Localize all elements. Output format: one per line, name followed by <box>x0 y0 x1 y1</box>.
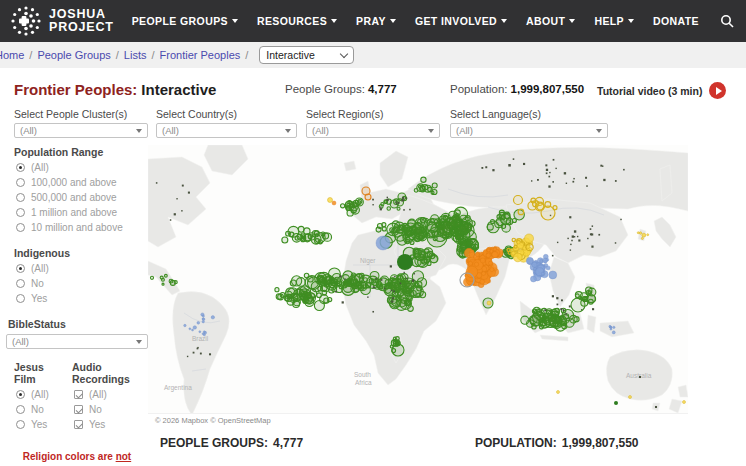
radio-icon[interactable] <box>16 405 25 414</box>
audio-no[interactable]: No <box>74 404 148 415</box>
nav-pray[interactable]: PRAY <box>356 15 396 27</box>
jesus-film-no[interactable]: No <box>16 404 68 415</box>
language-select[interactable]: (All) <box>450 123 608 138</box>
audio-all[interactable]: (All) <box>74 389 148 400</box>
radio-icon[interactable] <box>16 178 25 187</box>
map-canvas[interactable]: BrazilArgentinaSouthAfricaAustraliaNiger <box>148 145 688 413</box>
svg-text:South: South <box>354 371 371 378</box>
view-select[interactable]: Interactive <box>259 46 354 64</box>
pop-range-1m[interactable]: 1 million and above <box>16 207 148 218</box>
audio-yes[interactable]: Yes <box>74 419 148 430</box>
indigenous-yes[interactable]: Yes <box>16 293 148 304</box>
jesus-film-yes[interactable]: Yes <box>16 419 68 430</box>
breadcrumb-frontier-peoples[interactable]: Frontier Peoples <box>160 49 241 61</box>
caret-down-icon <box>596 129 602 133</box>
jesus-film-group: Jesus Film (All) No Yes <box>6 361 68 434</box>
radio-selected-icon[interactable] <box>16 264 25 273</box>
caret-down-icon <box>136 129 142 133</box>
caret-down-icon <box>232 19 238 23</box>
world-map[interactable]: BrazilArgentinaSouthAfricaAustraliaNiger… <box>148 145 688 426</box>
pop-range-100k[interactable]: 100,000 and above <box>16 177 148 188</box>
page: JOSHUA PROJECT PEOPLE GROUPS RESOURCES P… <box>0 0 746 466</box>
radio-icon[interactable] <box>16 279 25 288</box>
tutorial-video: Tutorial video (3 min) <box>597 82 726 99</box>
region-select[interactable]: (All) <box>306 123 440 138</box>
radio-icon[interactable] <box>16 193 25 202</box>
footer-people-groups: PEOPLE GROUPS:4,777 <box>155 436 303 450</box>
svg-text:Australia: Australia <box>626 372 652 379</box>
filter-region: Select Region(s) (All) <box>306 108 440 138</box>
caret-down-icon <box>331 19 337 23</box>
filter-people-cluster: Select People Cluster(s) (All) <box>14 108 148 138</box>
nav-people-groups[interactable]: PEOPLE GROUPS <box>132 15 238 27</box>
radio-icon[interactable] <box>16 294 25 303</box>
caret-down-icon <box>628 19 634 23</box>
caret-down-icon <box>390 19 396 23</box>
radio-icon[interactable] <box>16 223 25 232</box>
caret-down-icon <box>136 340 142 344</box>
play-button[interactable] <box>709 82 726 99</box>
page-title: Frontier Peoples:Interactive <box>14 81 216 98</box>
caret-down-icon <box>428 129 434 133</box>
top-navbar: JOSHUA PROJECT PEOPLE GROUPS RESOURCES P… <box>0 0 746 42</box>
indigenous-no[interactable]: No <box>16 278 148 289</box>
religion-colors-note: Religion colors are not related to Progr… <box>6 450 148 466</box>
nav-menu: PEOPLE GROUPS RESOURCES PRAY GET INVOLVE… <box>132 14 734 28</box>
map-attribution[interactable]: © 2026 Mapbox © OpenStreetMap <box>148 413 688 426</box>
people-groups-stat: People Groups:4,777 <box>285 83 397 95</box>
breadcrumb-home[interactable]: Home <box>0 49 24 61</box>
pop-range-all[interactable]: (All) <box>16 162 148 173</box>
checkbox-checked-icon[interactable] <box>74 405 83 414</box>
nav-about[interactable]: ABOUT <box>526 15 575 27</box>
svg-text:Brazil: Brazil <box>192 335 209 342</box>
caret-down-icon <box>569 19 575 23</box>
bible-status-select[interactable]: (All) <box>6 334 148 349</box>
search-icon[interactable] <box>720 14 734 28</box>
brand-text: JOSHUA PROJECT <box>49 8 114 34</box>
chevron-down-icon <box>340 49 348 57</box>
radio-icon[interactable] <box>16 208 25 217</box>
pop-range-10m[interactable]: 10 million and above <box>16 222 148 233</box>
breadcrumb: Home / People Groups / Lists / Frontier … <box>0 42 746 68</box>
filter-country: Select Country(s) (All) <box>156 108 297 138</box>
joshua-project-logo-icon <box>10 5 42 37</box>
filter-language: Select Language(s) (All) <box>450 108 608 138</box>
people-cluster-select[interactable]: (All) <box>14 123 148 138</box>
breadcrumb-lists[interactable]: Lists <box>124 49 147 61</box>
country-select[interactable]: (All) <box>156 123 297 138</box>
brand[interactable]: JOSHUA PROJECT <box>10 5 114 37</box>
indigenous-title: Indigenous <box>14 247 148 259</box>
jesus-film-all[interactable]: (All) <box>16 389 68 400</box>
svg-text:Argentina: Argentina <box>164 384 192 392</box>
indigenous-all[interactable]: (All) <box>16 263 148 274</box>
pop-range-500k[interactable]: 500,000 and above <box>16 192 148 203</box>
breadcrumb-people-groups[interactable]: People Groups <box>37 49 110 61</box>
population-range-title: Population Range <box>14 146 148 158</box>
caret-down-icon <box>501 19 507 23</box>
nav-donate[interactable]: DONATE <box>653 15 699 27</box>
checkbox-checked-icon[interactable] <box>74 420 83 429</box>
svg-text:Africa: Africa <box>355 379 372 386</box>
footer-population: POPULATION:1,999,807,550 <box>470 436 639 450</box>
tutorial-label: Tutorial video (3 min) <box>597 85 702 97</box>
caret-down-icon <box>285 129 291 133</box>
checkbox-checked-icon[interactable] <box>74 390 83 399</box>
svg-text:Niger: Niger <box>360 257 376 265</box>
nav-help[interactable]: HELP <box>594 15 634 27</box>
play-icon <box>716 87 722 95</box>
population-stat: Population:1,999,807,550 <box>450 83 584 95</box>
audio-recordings-group: Audio Recordings (All) No Yes <box>68 361 148 434</box>
bible-status-title: BibleStatus <box>8 318 148 330</box>
radio-selected-icon[interactable] <box>16 390 25 399</box>
radio-selected-icon[interactable] <box>16 163 25 172</box>
filter-sidebar: Population Range (All) 100,000 and above… <box>6 146 148 466</box>
nav-get-involved[interactable]: GET INVOLVED <box>415 15 507 27</box>
nav-resources[interactable]: RESOURCES <box>257 15 337 27</box>
radio-icon[interactable] <box>16 420 25 429</box>
